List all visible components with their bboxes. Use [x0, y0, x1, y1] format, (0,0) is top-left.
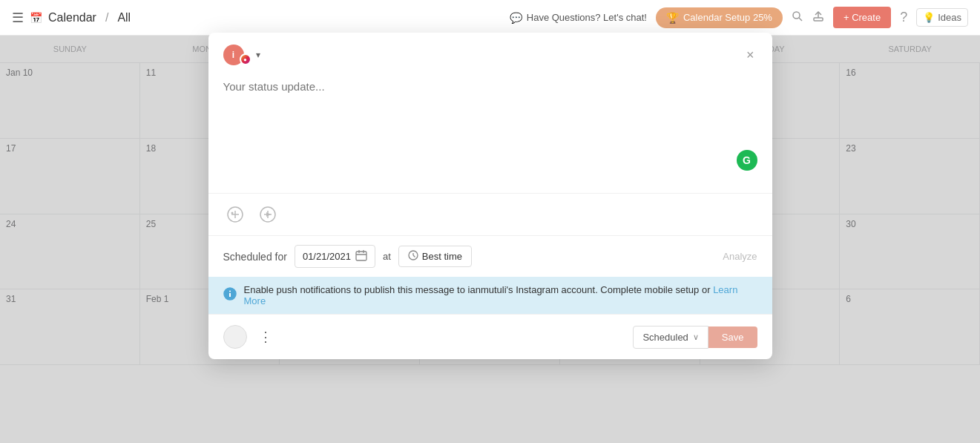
- schedule-row: Scheduled for 01/21/2021 at Best time An…: [208, 235, 772, 277]
- hamburger-icon[interactable]: ☰: [12, 10, 24, 26]
- search-icon[interactable]: [792, 10, 803, 25]
- user-avatar: [223, 325, 247, 349]
- modal-header: i ● ▾ ×: [208, 33, 772, 74]
- best-time-label: Best time: [422, 251, 462, 262]
- add-video-button[interactable]: [256, 203, 280, 226]
- date-value: 01/21/2021: [303, 251, 351, 262]
- nav-left: ☰ 📅 Calendar / All: [12, 10, 510, 26]
- chevron-down-icon: ∨: [693, 332, 699, 342]
- analyze-link[interactable]: Analyze: [723, 251, 757, 262]
- calendar-icon: 📅: [30, 12, 42, 24]
- schedule-label: Scheduled for: [223, 251, 287, 263]
- scheduled-label: Scheduled: [642, 332, 688, 343]
- grammarly-icon: G: [737, 150, 757, 171]
- svg-marker-11: [266, 212, 271, 217]
- info-circle-icon: [223, 287, 237, 303]
- modal-footer: ⋮ Scheduled ∨ Save: [208, 314, 772, 359]
- svg-point-21: [229, 291, 231, 292]
- account-selector[interactable]: i ● ▾: [223, 45, 260, 65]
- svg-point-0: [793, 12, 800, 19]
- nav-title: Calendar: [48, 11, 96, 24]
- svg-rect-2: [814, 18, 823, 21]
- svg-rect-12: [356, 252, 366, 260]
- modal-body: G: [208, 74, 772, 193]
- date-picker[interactable]: 01/21/2021: [295, 245, 375, 268]
- avatar-stack: i ●: [223, 45, 251, 65]
- svg-line-18: [413, 255, 415, 257]
- ideas-button[interactable]: 💡 Ideas: [916, 8, 968, 27]
- nav-separator: /: [105, 11, 108, 24]
- at-label: at: [383, 251, 391, 262]
- trophy-icon: 🏆: [666, 12, 679, 24]
- setup-button[interactable]: 🏆 Calendar Setup 25%: [656, 7, 783, 28]
- close-button[interactable]: ×: [743, 45, 757, 65]
- svg-point-7: [231, 212, 233, 214]
- instagram-badge: ●: [240, 53, 251, 65]
- more-options-button[interactable]: ⋮: [256, 326, 275, 348]
- compose-modal: i ● ▾ × G: [208, 33, 772, 359]
- help-icon[interactable]: ?: [900, 10, 907, 25]
- notification-bar: Enable push notifications to publish thi…: [208, 277, 772, 314]
- chevron-down-icon[interactable]: ▾: [256, 50, 260, 60]
- chat-bubble-icon: 💬: [510, 12, 522, 24]
- clock-icon: [408, 250, 418, 263]
- instagram-icon: ●: [243, 56, 247, 63]
- best-time-button[interactable]: Best time: [398, 246, 472, 267]
- calendar-icon: [355, 249, 367, 263]
- scheduled-dropdown[interactable]: Scheduled ∨: [633, 326, 708, 349]
- add-photo-button[interactable]: [223, 203, 247, 226]
- create-button[interactable]: + Create: [833, 7, 891, 28]
- bulb-icon: 💡: [923, 12, 935, 23]
- media-toolbar: [208, 193, 772, 235]
- footer-actions: Scheduled ∨ Save: [633, 326, 757, 349]
- top-navigation: ☰ 📅 Calendar / All 💬 Have Questions? Let…: [0, 0, 980, 36]
- status-textarea[interactable]: [223, 80, 757, 169]
- save-button[interactable]: Save: [708, 326, 757, 348]
- svg-line-1: [799, 18, 802, 21]
- export-icon[interactable]: [812, 10, 824, 25]
- nav-subtitle: All: [117, 11, 131, 24]
- have-questions-link[interactable]: 💬 Have Questions? Let's chat!: [510, 12, 647, 24]
- nav-right: 💬 Have Questions? Let's chat! 🏆 Calendar…: [510, 7, 968, 28]
- notification-text: Enable push notifications to publish thi…: [244, 284, 757, 306]
